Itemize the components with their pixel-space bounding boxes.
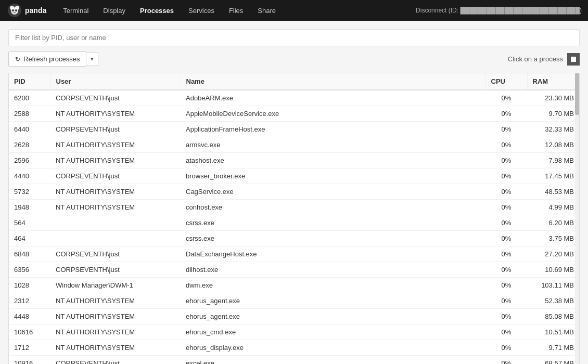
table-body: 6200 CORPSEVENTH\just AdobeARM.exe 0% 23… xyxy=(9,90,579,364)
cell-name: DataExchangeHost.exe xyxy=(181,246,485,262)
cell-cpu: 0% xyxy=(485,324,527,340)
cell-user: NT AUTHORITY\SYSTEM xyxy=(50,324,181,340)
cell-name: csrss.exe xyxy=(181,215,485,231)
brand-name: panda xyxy=(25,6,46,15)
cell-pid: 2588 xyxy=(9,106,50,122)
cell-pid: 4448 xyxy=(9,309,50,324)
cell-user: CORPSEVENTH\just xyxy=(50,262,181,278)
cell-ram: 7.98 MB xyxy=(527,153,579,168)
nav-share[interactable]: Share xyxy=(251,0,282,21)
cell-user: CORPSEVENTH\just xyxy=(50,90,181,106)
cell-user: NT AUTHORITY\SYSTEM xyxy=(50,184,181,200)
cell-cpu: 0% xyxy=(485,340,527,356)
scrollbar[interactable] xyxy=(575,73,579,364)
cell-ram: 27.20 MB xyxy=(527,246,579,262)
cell-ram: 10.51 MB xyxy=(527,324,579,340)
cell-user: CORPSEVENTH\just xyxy=(50,246,181,262)
nav-terminal[interactable]: Terminal xyxy=(57,0,95,21)
filter-input[interactable] xyxy=(8,29,580,46)
process-table-wrapper: PID User Name CPU RAM 6200 CORPSEVENTH\j… xyxy=(8,73,580,364)
refresh-icon: ↻ xyxy=(15,56,20,63)
cell-cpu: 0% xyxy=(485,90,527,106)
cell-pid: 2628 xyxy=(9,137,50,153)
process-table: PID User Name CPU RAM 6200 CORPSEVENTH\j… xyxy=(9,73,579,364)
cell-name: dllhost.exe xyxy=(181,262,485,278)
table-header: PID User Name CPU RAM xyxy=(9,73,579,90)
cell-cpu: 0% xyxy=(485,262,527,278)
cell-pid: 10916 xyxy=(9,356,50,365)
cell-cpu: 0% xyxy=(485,168,527,184)
cell-ram: 17.45 MB xyxy=(527,168,579,184)
nav-display[interactable]: Display xyxy=(97,0,132,21)
cell-user: NT AUTHORITY\SYSTEM xyxy=(50,137,181,153)
refresh-btn-group: ↻ Refresh processes ▾ xyxy=(8,51,98,67)
cell-ram: 10.69 MB xyxy=(527,262,579,278)
cell-pid: 2596 xyxy=(9,153,50,168)
cell-pid: 6200 xyxy=(9,90,50,106)
cell-ram: 68.57 MB xyxy=(527,356,579,365)
table-row[interactable]: 2628 NT AUTHORITY\SYSTEM armsvc.exe 0% 1… xyxy=(9,137,579,153)
table-row[interactable]: 2312 NT AUTHORITY\SYSTEM ehorus_agent.ex… xyxy=(9,293,579,309)
cell-user: NT AUTHORITY\SYSTEM xyxy=(50,200,181,215)
cell-user: NT AUTHORITY\SYSTEM xyxy=(50,340,181,356)
cell-cpu: 0% xyxy=(485,122,527,137)
disconnect-label[interactable]: Disconnect (ID: ████████████████████████… xyxy=(416,7,582,14)
cell-pid: 464 xyxy=(9,231,50,246)
table-row[interactable]: 6356 CORPSEVENTH\just dllhost.exe 0% 10.… xyxy=(9,262,579,278)
cell-user xyxy=(50,231,181,246)
cell-cpu: 0% xyxy=(485,309,527,324)
cell-user: Window Manager\DWM-1 xyxy=(50,278,181,293)
cell-ram: 6.20 MB xyxy=(527,215,579,231)
table-row[interactable]: 2588 NT AUTHORITY\SYSTEM AppleMobileDevi… xyxy=(9,106,579,122)
refresh-button[interactable]: ↻ Refresh processes xyxy=(8,51,86,67)
table-row[interactable]: 6200 CORPSEVENTH\just AdobeARM.exe 0% 23… xyxy=(9,90,579,106)
cell-cpu: 0% xyxy=(485,246,527,262)
cell-name: ehorus_display.exe xyxy=(181,340,485,356)
cell-ram: 48.53 MB xyxy=(527,184,579,200)
cell-name: dwm.exe xyxy=(181,278,485,293)
nav-services[interactable]: Services xyxy=(182,0,221,21)
table-row[interactable]: 1028 Window Manager\DWM-1 dwm.exe 0% 103… xyxy=(9,278,579,293)
col-header-user: User xyxy=(50,73,181,90)
refresh-dropdown-toggle[interactable]: ▾ xyxy=(86,52,98,66)
cell-pid: 2312 xyxy=(9,293,50,309)
table-row[interactable]: 6440 CORPSEVENTH\just ApplicationFrameHo… xyxy=(9,122,579,137)
table-row[interactable]: 564 csrss.exe 0% 6.20 MB xyxy=(9,215,579,231)
table-row[interactable]: 2596 NT AUTHORITY\SYSTEM atashost.exe 0%… xyxy=(9,153,579,168)
nav-processes[interactable]: Processes xyxy=(134,0,180,21)
cell-name: AppleMobileDeviceService.exe xyxy=(181,106,485,122)
cell-ram: 52.38 MB xyxy=(527,293,579,309)
table-row[interactable]: 10616 NT AUTHORITY\SYSTEM ehorus_cmd.exe… xyxy=(9,324,579,340)
cell-ram: 9.70 MB xyxy=(527,106,579,122)
cell-pid: 1028 xyxy=(9,278,50,293)
cell-name: atashost.exe xyxy=(181,153,485,168)
table-row[interactable]: 10916 CORPSEVENTH\just excel.exe 0% 68.5… xyxy=(9,356,579,365)
table-row[interactable]: 4448 NT AUTHORITY\SYSTEM ehorus_agent.ex… xyxy=(9,309,579,324)
table-row[interactable]: 464 csrss.exe 0% 3.75 MB xyxy=(9,231,579,246)
table-row[interactable]: 1948 NT AUTHORITY\SYSTEM conhost.exe 0% … xyxy=(9,200,579,215)
cell-user: CORPSEVENTH\just xyxy=(50,356,181,365)
nav-files[interactable]: Files xyxy=(223,0,249,21)
cell-name: ehorus_agent.exe xyxy=(181,309,485,324)
cell-user: NT AUTHORITY\SYSTEM xyxy=(50,293,181,309)
table-row[interactable]: 1712 NT AUTHORITY\SYSTEM ehorus_display.… xyxy=(9,340,579,356)
filter-bar xyxy=(8,29,580,46)
cell-user: CORPSEVENTH\just xyxy=(50,122,181,137)
cell-name: excel.exe xyxy=(181,356,485,365)
panda-logo-icon xyxy=(6,2,23,19)
cell-name: ApplicationFrameHost.exe xyxy=(181,122,485,137)
toolbar: ↻ Refresh processes ▾ Click on a process xyxy=(8,51,580,67)
cell-name: ehorus_cmd.exe xyxy=(181,324,485,340)
table-row[interactable]: 4440 CORPSEVENTH\just browser_broker.exe… xyxy=(9,168,579,184)
table-row[interactable]: 5732 NT AUTHORITY\SYSTEM CagService.exe … xyxy=(9,184,579,200)
cell-name: CagService.exe xyxy=(181,184,485,200)
click-process-label: Click on a process xyxy=(508,55,563,63)
cell-pid: 564 xyxy=(9,215,50,231)
table-row[interactable]: 6848 CORPSEVENTH\just DataExchangeHost.e… xyxy=(9,246,579,262)
col-header-pid: PID xyxy=(9,73,50,90)
cell-pid: 10616 xyxy=(9,324,50,340)
cell-pid: 6848 xyxy=(9,246,50,262)
stop-button[interactable] xyxy=(567,53,580,66)
refresh-label: Refresh processes xyxy=(23,55,80,63)
cell-name: csrss.exe xyxy=(181,231,485,246)
